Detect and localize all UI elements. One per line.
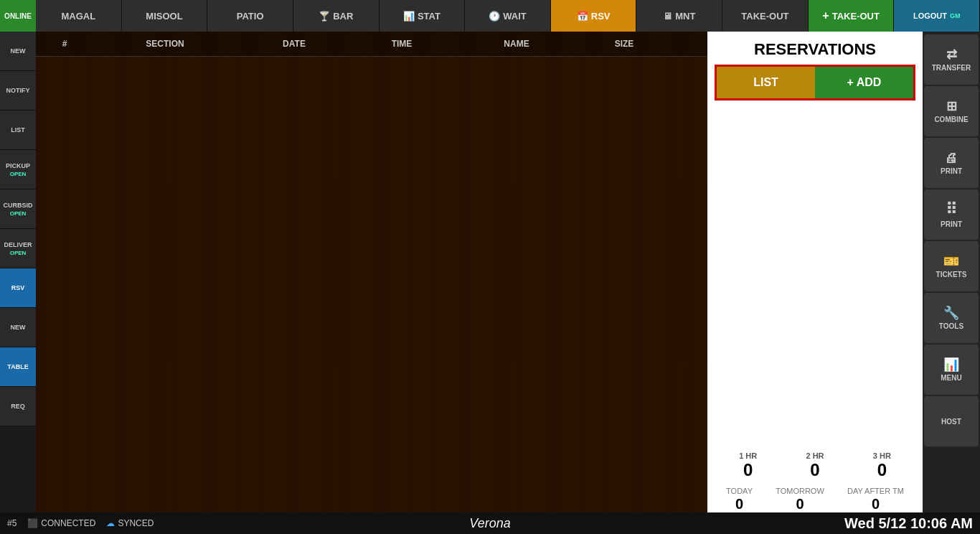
- station-number: #5: [7, 518, 17, 528]
- synced-icon: ☁: [106, 518, 115, 528]
- mnt-icon: 🖥: [663, 11, 672, 22]
- right-btn-print2[interactable]: ⠿ PRINT: [924, 189, 979, 240]
- rsv-content-area: [707, 106, 923, 444]
- col-header-num: #: [36, 39, 93, 49]
- nav-magal[interactable]: MAGAL: [36, 0, 122, 32]
- nav-patio[interactable]: PATIO: [207, 0, 293, 32]
- right-sidebar: ⇄ TRANSFER ⊞ COMBINE 🖨 PRINT ⠿ PRINT 🎫 T…: [923, 32, 980, 525]
- right-btn-tools[interactable]: 🔧 TOOLS: [924, 293, 979, 343]
- nav-logout[interactable]: LOGOUT GM: [894, 0, 980, 32]
- sidebar-notify[interactable]: NOTIFY: [0, 71, 36, 111]
- sidebar-new[interactable]: NEW: [0, 32, 36, 71]
- right-btn-menu[interactable]: 📊 MENU: [924, 345, 979, 395]
- right-btn-tickets[interactable]: 🎫 TICKETS: [924, 241, 979, 291]
- stat-icon: 📊: [403, 11, 415, 22]
- nav-bar[interactable]: 🍸 BAR: [293, 0, 380, 32]
- connected-status: ⬛ CONNECTED: [27, 518, 95, 528]
- sidebar-delivery[interactable]: DELIVER OPEN: [0, 229, 36, 268]
- sidebar-new2[interactable]: NEW: [0, 308, 36, 347]
- connected-icon: ⬛: [27, 518, 38, 528]
- col-header-date: DATE: [237, 39, 352, 49]
- plus-icon: +: [822, 9, 829, 22]
- print2-icon: ⠿: [946, 202, 957, 217]
- col-header-time: TIME: [352, 39, 452, 49]
- nav-misool[interactable]: MISOOL: [122, 0, 208, 32]
- sidebar-pickup[interactable]: PICKUP OPEN: [0, 150, 36, 189]
- rsv-list-tab[interactable]: LIST: [717, 67, 815, 98]
- right-btn-host[interactable]: HOST: [924, 396, 979, 446]
- tools-icon: 🔧: [943, 306, 959, 319]
- nav-stat[interactable]: 📊 STAT: [380, 0, 466, 32]
- col-header-section: SECTION: [93, 39, 237, 49]
- reservations-title: RESERVATIONS: [707, 32, 923, 65]
- synced-status: ☁ SYNCED: [106, 518, 154, 528]
- main-content-area: # SECTION DATE TIME NAME SIZE RESERVATIO…: [36, 32, 923, 525]
- nav-take-out-1[interactable]: TAKE-OUT: [722, 0, 809, 32]
- stat-3hr: 3 HR 0: [873, 451, 891, 481]
- right-btn-transfer[interactable]: ⇄ TRANSFER: [924, 34, 979, 85]
- sidebar-table[interactable]: TABLE: [0, 347, 36, 387]
- print1-icon: 🖨: [945, 151, 958, 164]
- stat-today: TODAY 0: [726, 487, 753, 512]
- col-header-size: SIZE: [581, 39, 667, 49]
- datetime-display: Wed 5/12 10:06 AM: [844, 515, 973, 532]
- rsv-add-tab[interactable]: + ADD: [815, 67, 913, 98]
- day-stats-row: TODAY 0 TOMORROW 0 DAY AFTER TM 0: [715, 487, 915, 512]
- left-sidebar: NEW NOTIFY LIST PICKUP OPEN CURBSID OPEN…: [0, 32, 36, 525]
- stat-tomorrow: TOMORROW 0: [776, 487, 824, 512]
- reservations-panel: RESERVATIONS LIST + ADD 1 HR 0 2 HR 0 3 …: [707, 32, 923, 525]
- bar-icon: 🍸: [319, 11, 330, 22]
- wait-icon: 🕐: [489, 11, 500, 22]
- nav-rsv[interactable]: 📅 RSV: [551, 0, 637, 32]
- col-header-name: NAME: [452, 39, 581, 49]
- rsv-tab-buttons: LIST + ADD: [715, 65, 915, 100]
- rsv-icon: 📅: [577, 11, 588, 22]
- tickets-icon: 🎫: [943, 255, 959, 268]
- transfer-icon: ⇄: [946, 48, 957, 61]
- sidebar-list[interactable]: LIST: [0, 111, 36, 150]
- sidebar-curbside[interactable]: CURBSID OPEN: [0, 189, 36, 229]
- restaurant-name: Verona: [469, 516, 510, 531]
- stat-2hr: 2 HR 0: [806, 451, 824, 481]
- nav-mnt[interactable]: 🖥 MNT: [636, 0, 722, 32]
- nav-wait[interactable]: 🕐 WAIT: [465, 0, 551, 32]
- menu-icon: 📊: [943, 358, 959, 371]
- stat-1hr: 1 HR 0: [739, 451, 757, 481]
- wood-background: [36, 57, 707, 525]
- combine-icon: ⊞: [946, 100, 957, 113]
- top-navigation: ONLINE MAGAL MISOOL PATIO 🍸 BAR 📊 STAT 🕐…: [0, 0, 980, 32]
- sidebar-rsv[interactable]: RSV: [0, 268, 36, 308]
- right-btn-combine[interactable]: ⊞ COMBINE: [924, 86, 979, 136]
- online-status: ONLINE: [0, 0, 36, 32]
- status-bar: #5 ⬛ CONNECTED ☁ SYNCED Verona Wed 5/12 …: [0, 512, 980, 534]
- right-btn-print1[interactable]: 🖨 PRINT: [924, 138, 979, 188]
- hr-stats-row: 1 HR 0 2 HR 0 3 HR 0: [715, 451, 915, 481]
- sidebar-req[interactable]: Req: [0, 387, 36, 426]
- stat-day-after: DAY AFTER TM 0: [847, 487, 904, 512]
- nav-take-out-2[interactable]: + TAKE-OUT: [809, 0, 895, 32]
